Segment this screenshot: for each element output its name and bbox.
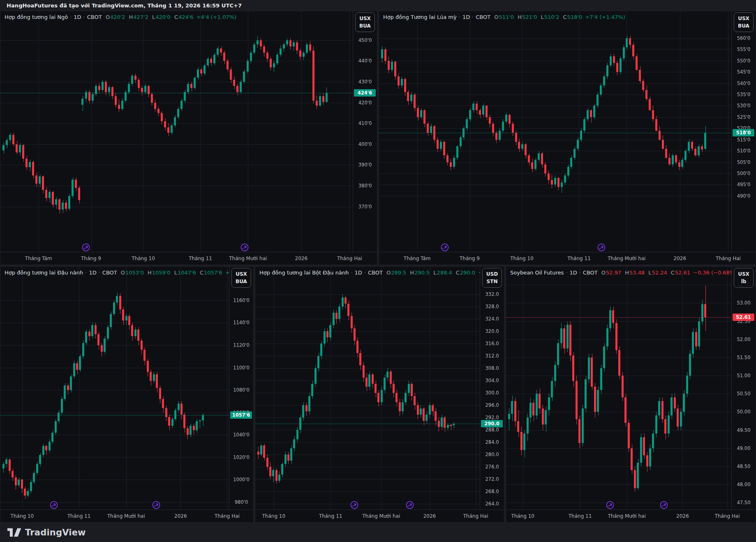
plot-area[interactable]: Hợp đồng tương lai Đậu nành·1D·CBOTO1053… <box>0 267 229 510</box>
candle <box>578 419 580 443</box>
candle <box>286 40 288 44</box>
candle <box>150 372 152 381</box>
candle <box>554 178 556 185</box>
time-axis[interactable]: Tháng 10Tháng 11Tháng Mười hai2026Tháng … <box>506 510 756 522</box>
candle <box>576 381 578 419</box>
unit-badge[interactable]: USX BUA <box>231 268 251 288</box>
contract-roll-icon[interactable] <box>49 500 58 510</box>
candle <box>639 70 641 81</box>
candle <box>460 137 462 146</box>
price-scale[interactable]: USX BUA 450'0440'0430'0420'0410'0400'039… <box>353 11 377 252</box>
contract-roll-icon[interactable] <box>597 243 606 252</box>
time-axis[interactable]: Tháng TámTháng 9Tháng 10Tháng 11Tháng Mư… <box>379 252 756 265</box>
h-gridline <box>255 319 480 319</box>
chart-title: Hợp đồng tương lai Bột Đậu nành <box>259 270 349 276</box>
candle <box>668 415 670 434</box>
candle <box>563 328 565 348</box>
h-gridline <box>255 294 480 295</box>
time-axis[interactable]: Tháng 10Tháng 11Tháng Mười hai2026Tháng … <box>0 510 253 522</box>
candle <box>600 368 602 390</box>
h-gridline <box>255 417 480 418</box>
h-gridline <box>379 83 732 84</box>
ohlc-high: H290.5 <box>410 270 430 276</box>
contract-roll-icon[interactable] <box>240 243 249 252</box>
candle <box>514 401 516 421</box>
tradingview-logo[interactable]: TradingView <box>7 528 86 537</box>
candle <box>134 76 136 80</box>
candle <box>423 408 425 421</box>
unit-badge[interactable]: USX BUA <box>355 12 375 32</box>
time-axis[interactable]: Tháng 10Tháng 11Tháng Mười hai2026Tháng … <box>255 510 504 522</box>
candle <box>320 344 322 356</box>
time-axis-label: 2026 <box>423 513 436 519</box>
candle <box>410 95 412 101</box>
plot-area[interactable]: Soybean Oil Futures·1D·CBOTO52.97H53.48L… <box>506 267 732 510</box>
chart-title: Hợp đồng Tương lai Lúa mỳ <box>383 14 457 20</box>
h-gridline <box>379 38 732 39</box>
chart-legend[interactable]: Hợp đồng tương lai Ngô·1D·CBOTO420'2H427… <box>5 14 236 20</box>
price-scale[interactable]: USX BUA 1160'01140'01120'01100'01080'010… <box>229 267 253 510</box>
unit-badge[interactable]: USX BUA <box>734 12 754 32</box>
candle <box>257 40 259 44</box>
candle <box>680 412 682 426</box>
candle <box>698 146 700 155</box>
candle <box>450 162 452 167</box>
candle <box>432 405 434 411</box>
candle <box>177 109 179 117</box>
chart-legend[interactable]: Hợp đồng Tương lai Lúa mỳ·1D·CBOTO511'0H… <box>383 14 625 20</box>
candle <box>35 175 37 184</box>
price-tick-label: 430'0 <box>353 79 377 85</box>
plot-area[interactable]: Hợp đồng Tương lai Lúa mỳ·1D·CBOTO511'0H… <box>379 11 732 252</box>
candle <box>642 81 644 90</box>
candle <box>2 145 5 150</box>
unit-badge[interactable]: USD STN <box>482 268 502 288</box>
contract-roll-icon[interactable] <box>440 243 449 252</box>
candle <box>440 142 442 148</box>
time-axis-label: Tháng 11 <box>189 256 212 261</box>
candle <box>446 155 449 162</box>
candle <box>9 135 11 140</box>
h-gridline <box>379 106 732 106</box>
last-price-line <box>506 317 732 318</box>
chart-legend[interactable]: Soybean Oil Futures·1D·CBOTO52.97H53.48L… <box>510 270 732 276</box>
candle <box>681 160 683 166</box>
plot-area[interactable]: Hợp đồng tương lai Ngô·1D·CBOTO420'2H427… <box>0 11 353 252</box>
candle <box>515 133 517 142</box>
candle <box>443 142 445 155</box>
unit-badge[interactable]: USX lb <box>734 268 754 288</box>
price-tick-label: 420'0 <box>353 100 377 106</box>
price-scale[interactable]: USD STN 332.0328.0324.0320.0316.0312.030… <box>480 267 504 510</box>
candle <box>394 62 396 76</box>
footer-bar: TradingView <box>0 523 756 542</box>
candle <box>447 425 449 428</box>
candle <box>260 445 262 454</box>
time-axis[interactable]: Tháng TámTháng 9Tháng 10Tháng 11Tháng Mư… <box>0 252 377 265</box>
contract-roll-icon[interactable] <box>81 243 90 252</box>
candle <box>49 442 51 451</box>
candle <box>247 61 249 71</box>
ohlc-low: L420'0 <box>152 14 171 20</box>
chart-legend[interactable]: Hợp đồng tương lai Đậu nành·1D·CBOTO1053… <box>5 270 229 276</box>
candle <box>548 397 550 410</box>
candle <box>665 149 667 158</box>
candle <box>531 162 533 169</box>
candle <box>551 381 553 397</box>
plot-area[interactable]: Hợp đồng tương lai Bột Đậu nành·1D·CBOTO… <box>255 267 480 510</box>
price-tick-label: 332.0 <box>480 291 504 297</box>
candle <box>704 304 706 317</box>
candle <box>450 425 452 426</box>
price-scale[interactable]: USX lb 53.5053.0052.5052.0051.5051.0050.… <box>731 267 756 510</box>
contract-roll-icon[interactable] <box>405 500 414 510</box>
contract-roll-icon[interactable] <box>606 500 615 510</box>
price-scale[interactable]: USX BUA 560'0555'0550'0545'0540'0535'053… <box>731 11 756 252</box>
contract-roll-icon[interactable] <box>659 500 668 510</box>
contract-roll-icon[interactable] <box>152 500 161 510</box>
candle <box>125 92 127 100</box>
candle <box>128 316 130 325</box>
contract-roll-icon[interactable] <box>350 500 359 510</box>
candle <box>612 310 614 323</box>
candle <box>672 155 674 164</box>
chart-legend[interactable]: Hợp đồng tương lai Bột Đậu nành·1D·CBOTO… <box>259 270 480 276</box>
price-tick-label: 280.0 <box>480 452 504 457</box>
h-gridline <box>506 376 732 376</box>
